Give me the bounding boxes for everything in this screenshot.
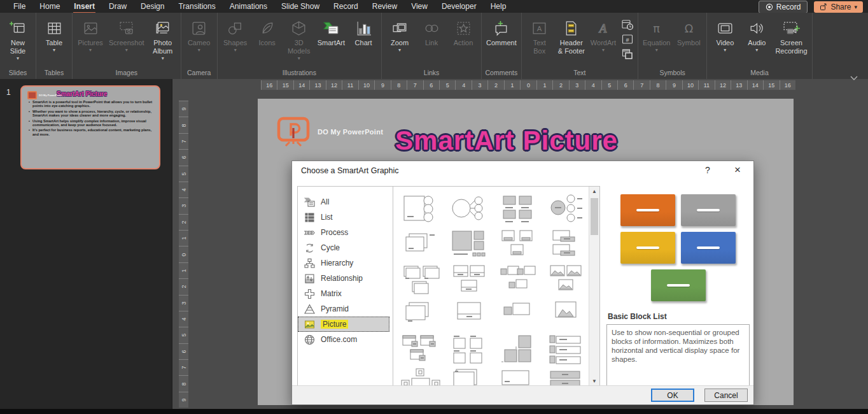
button-label: Screenshot: [109, 39, 144, 47]
preview-block-4: [681, 232, 736, 264]
menu-item-developer[interactable]: Developer: [435, 1, 484, 13]
category-process[interactable]: Process: [298, 225, 389, 240]
layout-thumbnail-frame-with-cards[interactable]: [445, 366, 493, 387]
layout-thumbnail-picture-placeholder-card[interactable]: [542, 296, 589, 331]
layout-thumbnail-stacked-picture-frames[interactable]: [396, 225, 445, 261]
category-hierarchy[interactable]: Hierarchy: [298, 255, 389, 271]
menu-item-help[interactable]: Help: [484, 1, 514, 13]
ruler-tick: 3: [569, 80, 585, 90]
chart-button[interactable]: Chart: [347, 17, 379, 47]
ruler-tick: 14: [747, 80, 763, 90]
category-list[interactable]: List: [298, 210, 389, 225]
category-matrix[interactable]: Matrix: [298, 286, 389, 301]
menu-item-file[interactable]: File: [6, 1, 32, 13]
layout-thumbnail-l-shaped-blocks[interactable]: [493, 331, 542, 366]
chevron-down-icon: ▾: [724, 47, 726, 53]
menu-item-design[interactable]: Design: [134, 1, 171, 13]
smartart-button[interactable]: SmartArt: [315, 17, 347, 47]
ok-button[interactable]: OK: [651, 389, 694, 402]
scroll-up-icon[interactable]: ▲: [589, 187, 599, 197]
dialog-help-button[interactable]: ?: [701, 165, 714, 175]
layout-thumbnail-framed-pictures-trio[interactable]: [396, 261, 445, 296]
slide-number-button[interactable]: #: [620, 32, 634, 46]
menu-item-animations[interactable]: Animations: [223, 1, 274, 13]
menu-item-view[interactable]: View: [404, 1, 435, 13]
collapse-ribbon-button[interactable]: [850, 71, 858, 83]
ruler-tick: 5: [601, 80, 617, 90]
share-button[interactable]: Share ▾: [814, 1, 863, 13]
layout-thumbnail-picture-grid-captions[interactable]: [493, 190, 542, 225]
layout-thumbnail-overlap-frame[interactable]: [396, 296, 445, 331]
menu-item-review[interactable]: Review: [365, 1, 404, 13]
button-label: Recording: [775, 47, 807, 55]
vertical-ruler[interactable]: 9876543210123456789: [179, 101, 188, 408]
slide-thumbnail[interactable]: DO My PowerPoint SmartArt Picture SmartA…: [20, 85, 160, 169]
pictures-button: Pictures▾: [74, 17, 106, 53]
dialog-titlebar[interactable]: Choose a SmartArt Graphic ? ×: [292, 161, 753, 180]
category-cycle[interactable]: Cycle: [298, 240, 389, 255]
table-icon: [46, 17, 63, 39]
zoom-button[interactable]: Zoom▾: [384, 17, 416, 53]
layout-thumbnail-picture-caption-pairs[interactable]: [542, 225, 589, 261]
layout-thumbnail-accent-square-card[interactable]: [493, 296, 542, 331]
layout-thumbnail-hero-with-pair[interactable]: [493, 366, 542, 387]
cancel-button[interactable]: Cancel: [704, 389, 748, 402]
category-label: List: [321, 213, 333, 222]
layout-thumbnail-orbit-frames[interactable]: [396, 366, 445, 387]
horizontal-ruler[interactable]: 1615141312111098765432101234567891011121…: [261, 80, 795, 90]
video-button[interactable]: Video▾: [709, 17, 741, 53]
menu-item-insert[interactable]: Insert: [67, 1, 102, 13]
process-icon: [304, 227, 315, 238]
menu-item-draw[interactable]: Draw: [102, 1, 134, 13]
ribbon-group-images: Pictures▾Screenshot▾PhotoAlbum▾Images: [73, 13, 181, 79]
record-button[interactable]: Record: [759, 1, 808, 13]
layout-thumbnail-picture-cards-hierarchy[interactable]: [493, 225, 542, 261]
thumbnail-bullet: Whether you want to show a process, hier…: [32, 110, 155, 118]
share-icon: [820, 3, 827, 11]
layout-thumbnail-picture-collage[interactable]: [445, 225, 493, 261]
menu-item-home[interactable]: Home: [32, 1, 67, 13]
category-picture[interactable]: Picture: [298, 317, 389, 332]
ruler-tick: 9: [666, 80, 682, 90]
layout-thumbnail-picture-strip-trio[interactable]: [542, 261, 589, 296]
comment-button[interactable]: Comment: [484, 17, 519, 47]
layout-thumbnail-picture-tab-list[interactable]: [542, 331, 589, 366]
header-footer-button[interactable]: Header& Footer: [556, 17, 587, 55]
comment-icon: [493, 17, 510, 39]
category-all[interactable]: All: [298, 194, 389, 210]
layout-thumbnail-circular-picture-callout[interactable]: [445, 190, 493, 225]
layout-thumbnail-four-square-grid[interactable]: [445, 331, 493, 366]
small-button-column: #: [619, 17, 636, 61]
layout-thumbnail-accent-square-pairs[interactable]: [493, 261, 542, 296]
layout-thumbnail-gray-bar-rows[interactable]: [542, 366, 589, 387]
layout-thumbnail-window-card-cluster[interactable]: [396, 331, 445, 366]
category-pyramid[interactable]: Pyramid: [298, 301, 389, 317]
date-time-button[interactable]: [620, 18, 634, 31]
layout-thumbnail-vertical-picture-list[interactable]: [396, 190, 445, 225]
button-label: Table: [46, 39, 62, 47]
layout-thumbnail-split-caption-panels[interactable]: [445, 261, 493, 296]
audio-button[interactable]: Audio▾: [741, 17, 773, 53]
layout-thumbnail-caption-bar-card[interactable]: [445, 296, 493, 331]
category-relationship[interactable]: Relationship: [298, 271, 389, 286]
photo-album-button[interactable]: PhotoAlbum▾: [147, 17, 179, 61]
ribbon-group-text: ATextBoxHeader& FooterAWordArt▾#Text: [522, 13, 638, 79]
smartart-icon: [323, 17, 340, 39]
menu-item-transitions[interactable]: Transitions: [171, 1, 222, 13]
new-slide-button[interactable]: NewSlide▾: [2, 17, 34, 61]
layout-thumbnail-picture-accent-circles[interactable]: [542, 190, 589, 225]
gallery-scrollbar[interactable]: ▲ ▼: [589, 187, 599, 387]
scrollbar-thumb[interactable]: [591, 198, 598, 235]
menu-item-record[interactable]: Record: [326, 1, 365, 13]
category-office-com[interactable]: Office.com: [298, 332, 389, 347]
dialog-close-button[interactable]: ×: [731, 164, 745, 176]
object-button[interactable]: [620, 47, 634, 61]
menu-item-slide-show[interactable]: Slide Show: [274, 1, 326, 13]
new-slide-icon: [10, 17, 27, 39]
table-button[interactable]: Table▾: [38, 17, 70, 53]
share-label: Share: [830, 3, 851, 11]
equation-button: πEquation▾: [640, 17, 673, 53]
titlebar-actions: Record Share ▾: [759, 1, 863, 13]
chevron-down-icon: ▾: [655, 47, 658, 53]
screen-recording-button[interactable]: ScreenRecording: [773, 17, 809, 55]
